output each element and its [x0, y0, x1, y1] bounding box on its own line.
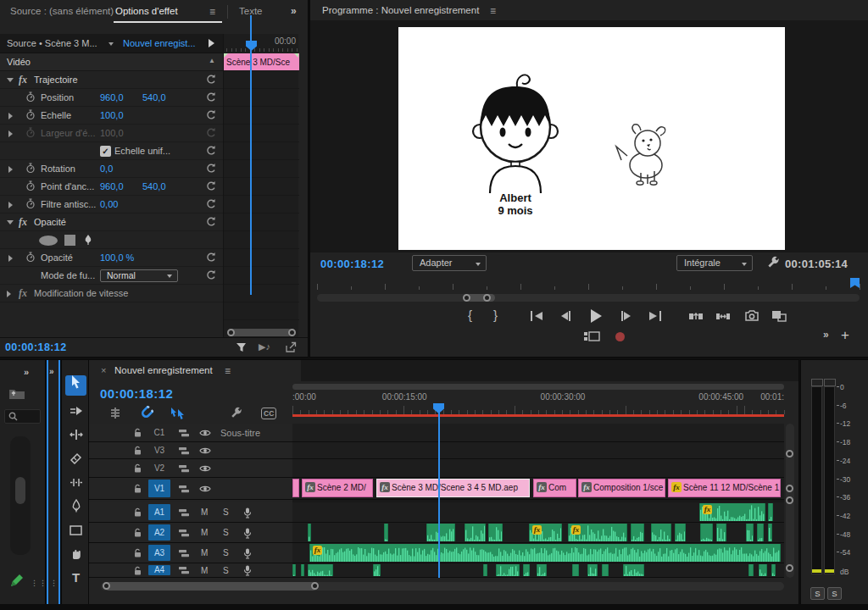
blend-mode-select[interactable]: Normal	[100, 269, 178, 282]
audio-clip[interactable]: fx	[529, 524, 562, 541]
fx-timecode[interactable]: 00:00:18:12	[5, 341, 67, 353]
slip-tool[interactable]	[65, 475, 86, 496]
property-value[interactable]: 0,0	[100, 164, 113, 174]
track-header-a3[interactable]: A3MS	[89, 543, 292, 563]
audio-clip[interactable]: fx	[309, 544, 781, 562]
chevron-icon[interactable]	[8, 166, 13, 173]
property-value[interactable]: 100,0	[100, 128, 124, 138]
sync-lock-icon[interactable]	[178, 485, 190, 494]
audio-clip[interactable]	[572, 564, 579, 576]
property-value[interactable]: 540,0	[142, 92, 166, 103]
stopwatch-icon[interactable]	[25, 198, 36, 209]
mute-button[interactable]: M	[201, 566, 208, 575]
timeline-tab[interactable]: × Nouvel enregistrement ≡	[89, 360, 301, 381]
voiceover-mic-icon[interactable]	[243, 507, 252, 518]
audio-clip[interactable]: fx	[699, 503, 765, 521]
folder-up-icon[interactable]	[8, 387, 25, 400]
reset-icon[interactable]	[205, 198, 216, 209]
overflow-chevron-icon[interactable]: »	[24, 367, 29, 377]
track-header-a4[interactable]: A4MS	[89, 563, 292, 578]
sync-lock-icon[interactable]	[178, 464, 190, 474]
hscroll-handle-left[interactable]	[103, 582, 110, 590]
mute-button[interactable]: M	[201, 507, 208, 517]
chevron-icon[interactable]	[8, 130, 13, 137]
audio-clip[interactable]	[651, 524, 671, 541]
scroll-handle-left[interactable]	[227, 329, 235, 336]
solo-button[interactable]: S	[223, 528, 229, 537]
export-frame-button[interactable]	[744, 309, 760, 322]
audio-clip[interactable]	[426, 524, 455, 541]
track-header-v3[interactable]: V3	[89, 442, 292, 459]
audio-clip[interactable]	[746, 524, 754, 541]
chevron-icon[interactable]	[7, 291, 11, 297]
video-clip[interactable]: fxCom	[533, 479, 576, 497]
panel-menu-icon[interactable]: ≡	[209, 6, 215, 18]
pen-tool[interactable]	[65, 499, 86, 519]
play-button[interactable]	[588, 308, 604, 324]
audio-clip[interactable]	[496, 564, 520, 576]
track-header-v2[interactable]: V2	[89, 459, 292, 478]
chevron-down-icon[interactable]	[108, 42, 114, 46]
lock-icon[interactable]	[133, 428, 142, 438]
go-to-out-button[interactable]	[648, 310, 663, 322]
video-clip[interactable]: fxScène 2 MD/	[302, 479, 373, 497]
solo-right-button[interactable]: S	[827, 587, 842, 600]
audio-clip[interactable]	[768, 503, 773, 521]
track-badge-v3[interactable]: V3	[148, 444, 170, 457]
timeline-horizontal-scrollbar[interactable]	[101, 582, 784, 591]
audio-clip[interactable]	[757, 524, 764, 541]
sync-lock-icon[interactable]	[178, 508, 190, 518]
audio-clip[interactable]	[465, 524, 486, 541]
comparison-view-button[interactable]	[771, 309, 787, 323]
track-badge-v2[interactable]: V2	[148, 461, 170, 475]
track-header-c1[interactable]: C1Sous-titre	[89, 424, 292, 442]
audio-clip[interactable]	[675, 524, 686, 541]
vscroll-handle[interactable]	[786, 450, 793, 458]
overflow-chevron-icon[interactable]: »	[291, 5, 297, 17]
video-clip[interactable]: fxComposition 1/sce	[578, 479, 665, 497]
linked-selection-icon[interactable]	[170, 407, 185, 419]
lift-button[interactable]	[688, 309, 704, 323]
voiceover-mic-icon[interactable]	[243, 548, 252, 559]
fx-mini-ruler[interactable]: 00:00	[224, 34, 299, 53]
reset-icon[interactable]	[205, 269, 216, 280]
chevron-icon[interactable]	[7, 220, 14, 225]
audio-clip[interactable]	[768, 524, 772, 541]
track-lane-a1[interactable]: fx	[292, 502, 784, 523]
track-lane-v2[interactable]	[292, 459, 784, 478]
track-badge-a2[interactable]: A2	[148, 524, 170, 541]
play-around-icon[interactable]	[209, 39, 214, 47]
audio-clip[interactable]	[488, 524, 503, 541]
sync-lock-icon[interactable]	[178, 429, 190, 438]
sync-lock-icon[interactable]	[178, 446, 190, 456]
playback-resolution-select[interactable]: Intégrale	[676, 255, 753, 271]
snap-magnet-icon[interactable]	[140, 406, 153, 420]
lock-icon[interactable]	[133, 484, 142, 494]
overflow-chevron-icon[interactable]: »	[49, 367, 54, 376]
timeline-zoom-bar[interactable]	[292, 384, 784, 390]
chevron-icon[interactable]	[8, 255, 13, 262]
fx-mini-playhead-line[interactable]	[250, 15, 252, 295]
property-value[interactable]: 0,00	[100, 199, 118, 209]
hand-tool[interactable]	[65, 546, 86, 567]
video-clip[interactable]: fxScène 11 12 MD/Scène 1	[668, 479, 781, 497]
program-ruler[interactable]	[310, 276, 868, 291]
property-value[interactable]: 100,0 %	[100, 252, 134, 263]
track-badge-a1[interactable]: A1	[148, 504, 170, 520]
program-timecode[interactable]: 00:00:18:12	[320, 258, 384, 270]
track-header-a1[interactable]: A1MS	[89, 502, 292, 523]
solo-button[interactable]: S	[223, 548, 229, 557]
stopwatch-icon[interactable]	[25, 252, 36, 263]
reset-icon[interactable]	[205, 180, 216, 191]
audio-clip[interactable]	[716, 524, 726, 541]
panel-menu-icon[interactable]: ≡	[225, 365, 231, 377]
eye-toggle-icon[interactable]	[199, 485, 211, 493]
sync-lock-icon[interactable]	[178, 566, 190, 575]
settings-wrench-icon[interactable]	[766, 256, 780, 269]
reset-icon[interactable]	[205, 109, 216, 120]
track-select-forward-tool[interactable]	[65, 404, 86, 424]
track-lane-v1[interactable]: fxScène 2 MD/fxScène 3 MD/Scene 3 4 5 MD…	[292, 478, 784, 500]
panel-menu-icon[interactable]: ≡	[490, 5, 496, 17]
close-icon[interactable]: ×	[101, 365, 106, 375]
sync-lock-icon[interactable]	[178, 529, 190, 538]
